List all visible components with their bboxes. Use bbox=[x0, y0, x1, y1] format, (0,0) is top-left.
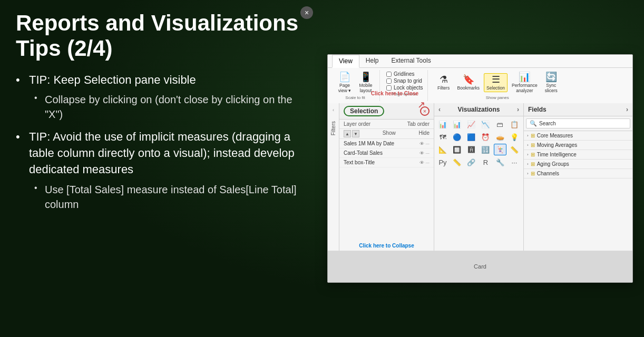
viz-table[interactable]: 📏 bbox=[451, 156, 463, 168]
search-input[interactable]: Search bbox=[539, 121, 627, 126]
tip-2: TIP: Avoid the use of implicit measures … bbox=[16, 129, 300, 211]
viz-stacked-bar[interactable]: 📊 bbox=[451, 118, 463, 130]
page-view-icon: 📄 bbox=[339, 72, 350, 82]
chevron-right-icon-2: › bbox=[527, 143, 529, 147]
fields-group-aging-groups: › ⊞ Aging Groups bbox=[524, 160, 632, 169]
selection-pane-button[interactable]: ☰ Selection bbox=[484, 73, 508, 92]
fields-list: › ⊞ Core Measures › ⊞ Moving Averages bbox=[524, 131, 632, 251]
gridlines-checkbox[interactable]: Gridlines bbox=[386, 71, 423, 77]
viz-line-chart[interactable]: 📈 bbox=[465, 118, 477, 130]
selection-item-sales-ma[interactable]: Sales 1M MA by Date 👁 ··· bbox=[339, 139, 434, 148]
move-up-button[interactable]: ▲ bbox=[344, 130, 351, 137]
show-panes-label: Show panes bbox=[486, 95, 509, 100]
selection-item-card-total[interactable]: Card-Total Sales 👁 ··· bbox=[339, 148, 434, 158]
viz-ribbon-chart[interactable]: 📋 bbox=[508, 118, 521, 130]
scale-group-label: Scale to fit bbox=[345, 95, 365, 100]
bookmarks-pane-button[interactable]: 🔖 Bookmarks bbox=[455, 74, 482, 92]
tab-help[interactable]: Help bbox=[359, 55, 385, 67]
viz-combo-chart[interactable]: 🗃 bbox=[494, 118, 506, 130]
fields-group-channels-header[interactable]: › ⊞ Channels bbox=[524, 169, 632, 178]
page-view-button[interactable]: 📄 Pageview ▾ bbox=[335, 71, 354, 94]
fields-group-moving-averages: › ⊞ Moving Averages bbox=[524, 141, 632, 150]
lock-objects-checkbox[interactable]: Lock objects bbox=[386, 85, 423, 91]
ribbon-group-scale: 📄 Pageview ▾ 📱 Mobilelayout Scale to fit bbox=[331, 70, 380, 101]
fields-group-core-measures: › ⊞ Core Measures bbox=[524, 131, 632, 141]
fields-group-core-header[interactable]: › ⊞ Core Measures bbox=[524, 131, 632, 140]
fields-pane: Fields › 🔍 Search › ⊞ bbox=[524, 103, 632, 251]
fields-group-time-intelligence: › ⊞ Time Intelligence bbox=[524, 150, 632, 160]
viz-treemap[interactable]: 💡 bbox=[508, 131, 521, 143]
close-video-button[interactable]: × bbox=[300, 6, 313, 19]
fields-group-aging-header[interactable]: › ⊞ Aging Groups bbox=[524, 160, 632, 168]
viz-nav-left[interactable]: ‹ bbox=[438, 106, 441, 113]
fields-group-channels: › ⊞ Channels bbox=[524, 169, 632, 179]
viz-python[interactable]: 🔧 bbox=[494, 156, 506, 168]
collapse-link[interactable]: Click here to Collapse bbox=[339, 241, 434, 251]
viz-more[interactable]: ··· bbox=[508, 156, 521, 168]
table-icon-channels: ⊞ bbox=[531, 171, 535, 176]
tips-list: TIP: Keep Selection pane visible Collaps… bbox=[16, 72, 300, 212]
fields-group-moving-header[interactable]: › ⊞ Moving Averages bbox=[524, 141, 632, 150]
chevron-right-icon-5: › bbox=[527, 171, 529, 176]
chevron-right-icon-3: › bbox=[527, 152, 529, 157]
viz-map[interactable]: 📐 bbox=[436, 144, 449, 155]
viz-matrix[interactable]: 🔗 bbox=[465, 156, 477, 168]
show-hide-row: ▲ ▼ Show Hide bbox=[339, 129, 434, 139]
powerbi-window: View Help External Tools 📄 Pageview ▾ 📱 bbox=[327, 54, 633, 283]
viz-waterfall[interactable]: 🗺 bbox=[436, 131, 449, 143]
filter-icon: ⚗ bbox=[440, 75, 448, 84]
viz-donut[interactable]: 🥧 bbox=[494, 131, 506, 143]
tab-external-tools[interactable]: External Tools bbox=[385, 55, 437, 67]
visualizations-pane: ‹ Visualizations › 📊 📊 📈 📉 🗃 📋 🗺 bbox=[434, 103, 524, 251]
snap-to-grid-checkbox[interactable]: Snap to grid bbox=[386, 78, 423, 84]
tip-2-sub-1: Use [Total Sales] measure instead of Sal… bbox=[29, 182, 300, 212]
viz-nav-right[interactable]: › bbox=[517, 106, 519, 113]
chevron-right-icon-4: › bbox=[527, 162, 529, 166]
filters-strip: ‹ Filters bbox=[328, 103, 339, 251]
viz-azure-map[interactable]: 🅰 bbox=[465, 144, 477, 155]
viz-kpi[interactable]: 📏 bbox=[508, 144, 521, 155]
search-icon: 🔍 bbox=[530, 120, 537, 127]
canvas-area: Card bbox=[328, 251, 632, 282]
ribbon-group-scale-icons: 📄 Pageview ▾ 📱 Mobilelayout bbox=[335, 71, 375, 94]
performance-analyzer-button[interactable]: 📊 Performanceanalyzer bbox=[510, 71, 540, 94]
viz-area-chart[interactable]: 📉 bbox=[479, 118, 492, 130]
click-here-close-annotation: Click here to Close bbox=[371, 91, 418, 96]
viz-bar-chart[interactable]: 📊 bbox=[436, 118, 449, 130]
ribbon-tabs: View Help External Tools bbox=[328, 55, 632, 68]
filters-pane-button[interactable]: ⚗ Filters bbox=[434, 74, 453, 92]
card-label: Card bbox=[474, 263, 486, 270]
fields-search-box[interactable]: 🔍 Search bbox=[526, 118, 630, 128]
table-icon-time: ⊞ bbox=[531, 152, 535, 157]
table-icon-aging: ⊞ bbox=[531, 161, 535, 167]
main-content: Reports and Visualizations Tips (2/4) TI… bbox=[0, 0, 644, 337]
fields-pane-title: Fields › bbox=[524, 103, 632, 116]
tab-view[interactable]: View bbox=[332, 55, 359, 68]
viz-pie[interactable]: ⏰ bbox=[479, 131, 492, 143]
ribbon-group-page-options: Gridlines Snap to grid Lock objects Page… bbox=[382, 70, 428, 101]
tip-1-text: TIP: Keep Selection pane visible bbox=[29, 73, 196, 86]
move-down-button[interactable]: ▼ bbox=[352, 130, 359, 137]
nav-left-arrow[interactable]: ‹ bbox=[333, 107, 334, 113]
panes-row: ‹ Filters Selection × Click here to Clos… bbox=[328, 103, 632, 251]
ribbon-content: 📄 Pageview ▾ 📱 Mobilelayout Scale to fit bbox=[328, 68, 632, 103]
mobile-layout-icon: 📱 bbox=[360, 72, 372, 82]
viz-filled-map[interactable]: 🔲 bbox=[451, 144, 463, 155]
viz-r-visual[interactable]: R bbox=[479, 156, 492, 168]
ribbon-group-show-panes: ⚗ Filters 🔖 Bookmarks ☰ Selection 📊 bbox=[430, 70, 565, 101]
selection-item-textbox-title[interactable]: Text box-Title 👁 ··· bbox=[339, 158, 434, 167]
tip-1-sub-1: Collapse by clicking on (don't close by … bbox=[29, 92, 300, 122]
sync-slicers-button[interactable]: 🔄 Syncslicers bbox=[542, 71, 561, 94]
fields-group-time-header[interactable]: › ⊞ Time Intelligence bbox=[524, 150, 632, 159]
selection-pane-header: Selection × Click here to Close ↗ bbox=[339, 103, 434, 120]
viz-funnel[interactable]: 🔵 bbox=[451, 131, 463, 143]
viz-card[interactable]: 🃏 bbox=[494, 144, 506, 155]
fields-search-area: 🔍 Search bbox=[524, 116, 632, 131]
viz-scatter[interactable]: 🟦 bbox=[465, 131, 477, 143]
text-panel: Reports and Visualizations Tips (2/4) TI… bbox=[0, 0, 316, 337]
viz-gauge[interactable]: 🔢 bbox=[479, 144, 492, 155]
selection-pane-title: Selection bbox=[344, 106, 384, 116]
viz-slicer[interactable]: Py bbox=[436, 156, 449, 168]
fields-nav-right[interactable]: › bbox=[626, 106, 628, 113]
screenshot-panel: View Help External Tools 📄 Pageview ▾ 📱 bbox=[316, 0, 644, 337]
